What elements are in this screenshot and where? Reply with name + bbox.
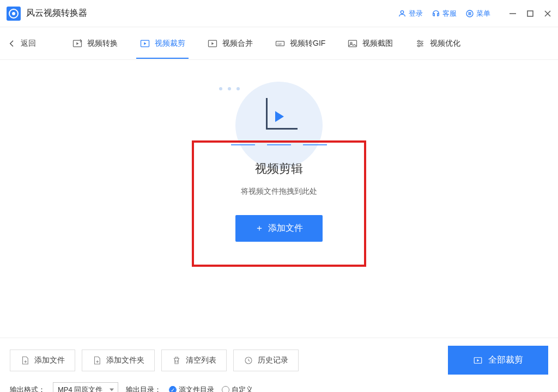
- support-button[interactable]: 客服: [432, 9, 457, 19]
- bottom-bar: 添加文件 添加文件夹 清空列表 历史记录 全部裁剪 输出格式： MP4 同原文件…: [0, 338, 558, 392]
- clear-list-label: 清空列表: [186, 356, 216, 365]
- back-label: 返回: [21, 39, 36, 48]
- history-button[interactable]: 历史记录: [233, 350, 299, 371]
- output-dir-label: 输出目录：: [126, 385, 161, 392]
- empty-state-title: 视频剪辑: [235, 161, 323, 177]
- add-folder-button[interactable]: 添加文件夹: [82, 350, 155, 371]
- svg-point-23: [421, 42, 422, 44]
- play-box-icon: [473, 356, 483, 365]
- toolbar: 返回 视频转换 视频裁剪 视频合并 GIF 视频转GIF 视频截图 视频优化: [0, 27, 558, 60]
- empty-state-subtitle: 将视频文件拖拽到此处: [235, 187, 323, 197]
- user-icon: [398, 9, 407, 18]
- output-format-select[interactable]: MP4 同原文件: [53, 382, 118, 392]
- output-format-label: 输出格式：: [10, 385, 45, 392]
- history-label: 历史记录: [258, 356, 288, 365]
- empty-state-card: 视频剪辑 将视频文件拖拽到此处 ＋ 添加文件: [235, 161, 323, 242]
- folder-add-icon: [92, 356, 102, 365]
- crop-icon: [140, 38, 150, 49]
- radio-checked-icon: [169, 386, 177, 392]
- output-dir-source-radio[interactable]: 源文件目录: [169, 385, 214, 392]
- login-button[interactable]: 登录: [398, 9, 423, 19]
- optimize-icon: [415, 38, 426, 49]
- tab-video-merge[interactable]: 视频合并: [204, 28, 256, 59]
- app-logo-icon: [7, 7, 21, 21]
- bottom-settings-row: 输出格式： MP4 同原文件 输出目录： 源文件目录 自定义: [10, 382, 548, 392]
- app-title: 风云视频转换器: [26, 8, 87, 19]
- merge-icon: [207, 38, 218, 49]
- back-button[interactable]: 返回: [8, 39, 36, 48]
- svg-marker-12: [144, 42, 146, 45]
- svg-point-24: [418, 45, 420, 46]
- output-dir-source-label: 源文件目录: [179, 385, 214, 392]
- screenshot-icon: [347, 38, 358, 49]
- add-file-main-button[interactable]: ＋ 添加文件: [235, 215, 323, 242]
- menu-button[interactable]: 菜单: [465, 9, 490, 19]
- titlebar-right: 登录 客服 菜单: [398, 9, 551, 19]
- tab-video-optimize[interactable]: 视频优化: [411, 28, 464, 59]
- gif-icon: GIF: [275, 38, 286, 49]
- window-controls: [509, 10, 551, 17]
- svg-rect-17: [349, 40, 357, 47]
- output-format-value: MP4 同原文件: [58, 385, 102, 392]
- close-button[interactable]: [544, 10, 551, 17]
- svg-text:GIF: GIF: [277, 42, 282, 45]
- add-folder-label: 添加文件夹: [106, 356, 144, 365]
- tab-label: 视频截图: [362, 39, 393, 48]
- menu-icon: [465, 9, 474, 18]
- bottom-actions-row: 添加文件 添加文件夹 清空列表 历史记录 全部裁剪: [10, 346, 548, 375]
- crop-all-label: 全部裁剪: [488, 354, 523, 366]
- tab-video-convert[interactable]: 视频转换: [69, 28, 121, 59]
- tab-video-screenshot[interactable]: 视频截图: [344, 28, 396, 59]
- tab-label: 视频合并: [222, 39, 253, 48]
- crop-illustration-icon: [266, 103, 292, 130]
- maximize-button[interactable]: [526, 10, 534, 17]
- output-dir-custom-label: 自定义: [232, 385, 253, 392]
- dots-decoration: [219, 87, 240, 90]
- support-label: 客服: [442, 9, 457, 19]
- svg-marker-33: [477, 359, 480, 362]
- svg-point-0: [401, 10, 403, 13]
- svg-marker-10: [76, 42, 78, 45]
- add-file-button[interactable]: 添加文件: [10, 350, 75, 371]
- tab-video-crop[interactable]: 视频裁剪: [136, 28, 189, 59]
- svg-rect-6: [527, 11, 533, 16]
- tab-label: 视频转GIF: [290, 39, 325, 48]
- minimize-button[interactable]: [509, 10, 517, 17]
- tab-video-to-gif[interactable]: GIF 视频转GIF: [271, 28, 329, 59]
- trash-icon: [172, 356, 181, 365]
- login-label: 登录: [409, 9, 423, 19]
- arrow-left-icon: [8, 39, 16, 48]
- add-file-label: 添加文件: [34, 356, 65, 365]
- clock-icon: [244, 356, 253, 365]
- file-add-icon: [20, 356, 30, 365]
- headset-icon: [432, 9, 440, 18]
- plus-icon: ＋: [255, 223, 264, 234]
- title-bar: 风云视频转换器 登录 客服 菜单: [0, 0, 558, 27]
- tabs-container: 视频转换 视频裁剪 视频合并 GIF 视频转GIF 视频截图 视频优化: [69, 28, 464, 59]
- crop-all-button[interactable]: 全部裁剪: [448, 346, 548, 375]
- main-area: 视频剪辑 将视频文件拖拽到此处 ＋ 添加文件: [0, 60, 558, 338]
- add-file-main-label: 添加文件: [268, 223, 303, 234]
- svg-point-22: [418, 40, 420, 42]
- menu-label: 菜单: [476, 9, 490, 19]
- radio-unchecked-icon: [222, 386, 229, 392]
- tab-label: 视频裁剪: [155, 39, 185, 48]
- tab-label: 视频优化: [430, 39, 460, 48]
- svg-marker-14: [211, 42, 214, 45]
- convert-icon: [72, 38, 83, 49]
- tab-label: 视频转换: [87, 39, 118, 48]
- clear-list-button[interactable]: 清空列表: [161, 350, 227, 371]
- output-dir-custom-radio[interactable]: 自定义: [222, 385, 253, 392]
